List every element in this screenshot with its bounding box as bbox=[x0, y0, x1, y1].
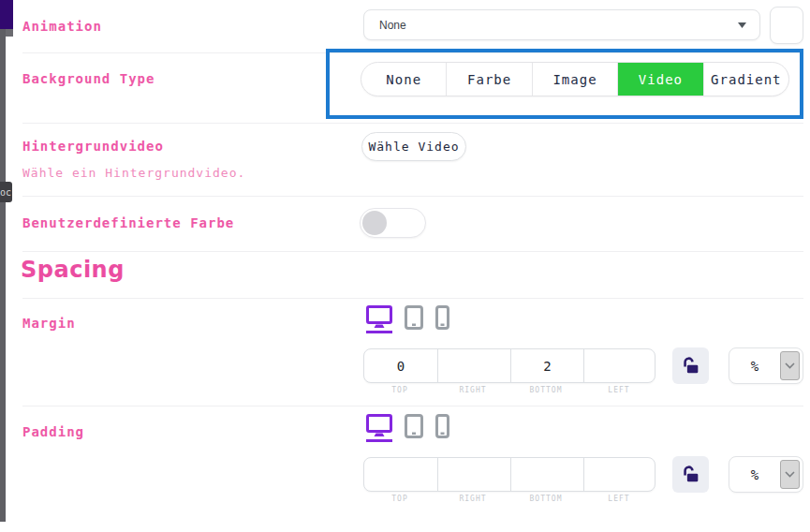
select-arrow-box bbox=[780, 460, 800, 489]
background-video-label: Hintergrundvideo bbox=[22, 139, 164, 154]
margin-unit-value: % bbox=[729, 348, 780, 383]
margin-inputs-group bbox=[363, 348, 655, 383]
tablet-icon bbox=[405, 414, 423, 438]
divider bbox=[22, 196, 803, 197]
tablet-button[interactable] bbox=[405, 305, 423, 330]
bg-type-option-none[interactable]: None bbox=[361, 63, 446, 96]
divider bbox=[22, 251, 803, 252]
animation-label: Animation bbox=[22, 19, 102, 34]
padding-label: Padding bbox=[22, 424, 84, 439]
desktop-icon bbox=[366, 414, 392, 437]
dim-label-bottom: BOTTOM bbox=[509, 386, 582, 394]
margin-left-input[interactable] bbox=[583, 349, 655, 382]
custom-color-toggle[interactable] bbox=[360, 208, 426, 238]
active-device-underline bbox=[366, 331, 392, 333]
cut-off-control-box bbox=[770, 7, 803, 44]
dim-label-top: TOP bbox=[363, 495, 436, 503]
mobile-button[interactable] bbox=[435, 305, 449, 330]
margin-dim-labels: TOP RIGHT BOTTOM LEFT bbox=[363, 386, 655, 394]
mobile-button[interactable] bbox=[435, 414, 449, 438]
desktop-button[interactable] bbox=[366, 305, 392, 333]
bg-type-option-video[interactable]: Video bbox=[617, 63, 702, 96]
padding-right-input[interactable] bbox=[437, 458, 510, 491]
bg-type-option-image[interactable]: Image bbox=[532, 63, 617, 96]
dim-label-right: RIGHT bbox=[436, 495, 509, 503]
dim-label-bottom: BOTTOM bbox=[509, 495, 582, 503]
caret-down-icon bbox=[738, 22, 746, 28]
spacing-heading: Spacing bbox=[21, 257, 125, 283]
margin-link-values-button[interactable] bbox=[672, 347, 709, 384]
background-type-segmented-control: None Farbe Image Video Gradient bbox=[361, 62, 789, 96]
divider bbox=[22, 406, 803, 406]
choose-video-button[interactable]: Wähle Video bbox=[361, 132, 466, 161]
dim-label-left: LEFT bbox=[582, 386, 655, 394]
toggle-knob bbox=[362, 211, 387, 235]
chevron-down-icon bbox=[785, 471, 795, 478]
padding-inputs-group bbox=[363, 457, 655, 492]
margin-top-input[interactable] bbox=[364, 349, 437, 382]
active-device-underline bbox=[366, 439, 392, 442]
padding-dim-labels: TOP RIGHT BOTTOM LEFT bbox=[363, 495, 655, 503]
mobile-icon bbox=[435, 305, 449, 330]
chevron-down-icon bbox=[785, 362, 795, 369]
dim-label-right: RIGHT bbox=[436, 386, 509, 394]
edge-gray-strip bbox=[0, 29, 6, 522]
background-video-description: Wähle ein Hintergrundvideo. bbox=[22, 166, 245, 180]
unlock-icon bbox=[681, 465, 701, 485]
padding-left-input[interactable] bbox=[583, 458, 655, 491]
desktop-icon bbox=[366, 305, 392, 329]
tablet-icon bbox=[405, 305, 423, 330]
padding-bottom-input[interactable] bbox=[510, 458, 583, 491]
background-type-label: Background Type bbox=[22, 71, 155, 86]
corner-purple-block bbox=[0, 0, 13, 29]
margin-right-input[interactable] bbox=[437, 349, 510, 382]
padding-device-switcher bbox=[366, 414, 449, 442]
dim-label-top: TOP bbox=[363, 386, 436, 394]
bg-type-option-farbe[interactable]: Farbe bbox=[446, 63, 531, 96]
mobile-icon bbox=[435, 414, 449, 438]
animation-select[interactable]: None bbox=[363, 9, 760, 40]
dim-label-left: LEFT bbox=[582, 495, 655, 503]
bg-type-option-gradient[interactable]: Gradient bbox=[703, 63, 788, 96]
margin-label: Margin bbox=[22, 316, 76, 331]
margin-unit-select[interactable]: % bbox=[729, 347, 803, 384]
animation-select-value: None bbox=[379, 19, 406, 32]
unlock-icon bbox=[681, 356, 701, 377]
select-arrow-box bbox=[780, 351, 800, 380]
divider bbox=[22, 298, 803, 299]
tablet-button[interactable] bbox=[405, 414, 423, 438]
padding-top-input[interactable] bbox=[364, 458, 437, 491]
background-tag: oc bbox=[0, 182, 12, 202]
padding-link-values-button[interactable] bbox=[672, 456, 709, 493]
custom-color-label: Benutzerdefinierte Farbe bbox=[22, 215, 234, 230]
desktop-button[interactable] bbox=[366, 414, 392, 442]
margin-device-switcher bbox=[366, 305, 449, 333]
margin-bottom-input[interactable] bbox=[510, 349, 583, 382]
padding-unit-value: % bbox=[729, 457, 780, 492]
settings-panel: oc Animation None Background Type None F… bbox=[0, 0, 810, 532]
divider bbox=[22, 123, 803, 124]
padding-unit-select[interactable]: % bbox=[729, 456, 803, 493]
